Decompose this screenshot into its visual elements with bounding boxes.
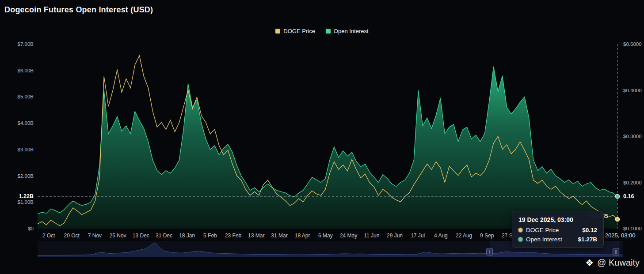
navigator-handle-right[interactable]: ∥ [613, 248, 619, 255]
tooltip-label-open-interest: Open Interest [526, 236, 574, 243]
tooltip-title: 19 Dec 2025, 03:00 [518, 216, 597, 223]
x-axis-tick: 7 Nov [88, 233, 102, 239]
watermark-text: @ Kuwaity [597, 258, 640, 268]
x-axis-tick: 9 Sep [480, 233, 494, 239]
x-axis-tick: 6 May [318, 233, 333, 239]
doge-price-swatch-icon [275, 29, 280, 34]
legend-label-doge-price: DOGE Price [283, 28, 315, 34]
x-axis-tick: 13 Dec [133, 233, 149, 239]
doge-price-dot-icon [518, 228, 522, 232]
tooltip-value-open-interest: $1.27B [578, 236, 597, 243]
x-axis-tick: 31 Mar [271, 233, 287, 239]
x-axis-tick: 23 Feb [225, 233, 241, 239]
x-axis-tick: 29 Jun [387, 233, 403, 239]
x-axis-tick: 11 Jun [364, 233, 379, 239]
y-axis-left-tick: $4.00B [3, 120, 34, 126]
navigator-handle-left[interactable]: ∥ [486, 248, 493, 255]
legend-item-open-interest[interactable]: Open Interest [326, 28, 369, 34]
x-axis-tick: 18 Jan [179, 233, 195, 239]
x-axis-tick: 13 Mar [248, 233, 264, 239]
x-axis-tick: 4 Aug [434, 233, 448, 239]
y-axis-left-tick: $0 [3, 226, 34, 231]
y-axis-left-tick: $5.00B [3, 94, 34, 99]
tooltip-row-doge-price: DOGE Price $0.12 [518, 227, 597, 233]
x-axis-tick: 17 Jul [411, 233, 425, 239]
tooltip-row-open-interest: Open Interest $1.27B [518, 236, 597, 243]
y-axis-left-tick: $1.00B [3, 199, 34, 205]
x-axis-tick: 31 Dec [156, 233, 172, 239]
x-axis-tick: 20 Oct [64, 233, 80, 239]
legend-item-doge-price[interactable]: DOGE Price [275, 28, 315, 34]
x-axis-tick: 24 May [340, 233, 357, 239]
open-interest-dot-icon [518, 237, 522, 241]
tooltip-label-doge-price: DOGE Price [526, 227, 579, 233]
y-axis-right-tick: $0.1000 [623, 226, 642, 231]
chart-app: Dogecoin Futures Open Interest (USD) DOG… [0, 0, 644, 274]
x-axis-tick: 2 Oct [42, 233, 55, 239]
legend-label-open-interest: Open Interest [334, 28, 369, 34]
x-axis-tick: 25 Nov [110, 233, 126, 239]
y-axis-right-tick: $0.2000 [623, 180, 642, 185]
y-axis-right-tick: $0.4000 [623, 88, 642, 93]
x-axis-tick: 5 Feb [203, 233, 217, 239]
x-axis-tick: 22 Aug [456, 233, 472, 239]
y-axis-right-tick: $0.5000 [623, 41, 642, 47]
kuwaity-logo-icon: ❖ [585, 258, 594, 267]
watermark: ❖ @ Kuwaity [585, 258, 640, 268]
y-axis-left-tick: $6.00B [3, 68, 34, 73]
y-axis-left-tick: $2.00B [3, 173, 34, 179]
y-axis-left-tick: $7.00B [3, 41, 34, 47]
y-axis-left-tick: $3.00B [3, 147, 34, 152]
oi-current-value-right-label: 0.16 [623, 193, 634, 199]
open-interest-swatch-icon [326, 29, 331, 34]
tooltip: 19 Dec 2025, 03:00 DOGE Price $0.12 Open… [512, 211, 604, 248]
tooltip-value-doge-price: $0.12 [582, 227, 597, 233]
x-axis-tick: 18 Apr [295, 233, 310, 239]
oi-current-value-left-label: 1.22B [4, 193, 34, 199]
legend: DOGE Price Open Interest [0, 28, 644, 34]
y-axis-right-tick: $0.3000 [623, 134, 642, 139]
